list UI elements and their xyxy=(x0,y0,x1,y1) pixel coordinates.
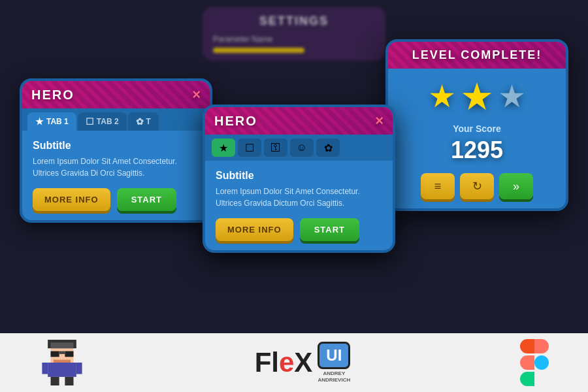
next-button[interactable]: » xyxy=(499,173,533,199)
card-2-header: HERO × xyxy=(205,107,393,135)
svg-rect-7 xyxy=(48,363,76,377)
level-title: LEVEL COMPLETE! xyxy=(397,48,557,62)
tab-2[interactable]: ☐ TAB 2 xyxy=(78,112,127,131)
pixel-character xyxy=(39,340,85,385)
page-icon: ☐ xyxy=(86,116,94,127)
hero-card-1: HERO × ★ TAB 1 ☐ TAB 2 ✿ T Subtitle Lore… xyxy=(20,78,212,223)
figma-circle xyxy=(534,355,549,370)
tab-3[interactable]: ✿ T xyxy=(128,112,159,131)
star-3-icon: ★ xyxy=(498,81,526,112)
tab-1-label: TAB 1 xyxy=(46,117,69,126)
refresh-button[interactable]: ↻ xyxy=(460,173,494,199)
card-2-close-icon[interactable]: × xyxy=(375,112,384,129)
figma-right-col xyxy=(534,339,549,386)
more-info-button-1[interactable]: MORE INFO xyxy=(33,188,110,211)
svg-rect-2 xyxy=(51,342,74,348)
settings-param: Parameter Name xyxy=(213,35,375,44)
star-icon: ★ xyxy=(35,116,44,127)
card-2-buttons: MORE INFO START xyxy=(216,218,382,241)
card-1-text: Lorem Ipsum Dolor Sit Amet Consectetur. … xyxy=(33,155,199,179)
flex-x-letter: X xyxy=(294,347,312,378)
star-2-icon: ★ xyxy=(460,78,494,116)
flex-ui-box-area: UI ANDREY ANDRIEVICH xyxy=(318,342,350,384)
settings-bar xyxy=(213,48,304,53)
level-body: ★ ★ ★ Your Score 1295 ≡ ↻ » xyxy=(388,69,566,208)
icon-tab-flower[interactable]: ✿ xyxy=(316,139,340,157)
bg-settings-panel: SETTINGS Parameter Name xyxy=(203,7,385,61)
tab-2-label: TAB 2 xyxy=(97,117,119,126)
level-complete-card: LEVEL COMPLETE! ★ ★ ★ Your Score 1295 ≡ … xyxy=(385,39,568,211)
game-area: SETTINGS Parameter Name 123 123 123 Obje… xyxy=(0,0,588,333)
figma-empty xyxy=(534,372,549,386)
level-header: LEVEL COMPLETE! xyxy=(388,42,566,69)
icon-tab-page[interactable]: ☐ xyxy=(238,139,261,157)
star-1-icon: ★ xyxy=(428,81,456,112)
card-1-buttons: MORE INFO START xyxy=(33,188,199,211)
figma-green-dot xyxy=(520,372,534,386)
card-1-tabs: ★ TAB 1 ☐ TAB 2 ✿ T xyxy=(22,108,210,131)
start-button-2[interactable]: START xyxy=(300,218,359,241)
bottom-bar: F l e X UI ANDREY ANDRIEVICH xyxy=(0,333,588,392)
svg-rect-9 xyxy=(76,363,82,374)
svg-rect-6 xyxy=(54,360,71,363)
icon-tab-key[interactable]: ⚿ xyxy=(264,139,287,157)
tab-1[interactable]: ★ TAB 1 xyxy=(27,112,76,131)
icon-tab-star[interactable]: ★ xyxy=(212,139,235,157)
author-label: ANDREY ANDRIEVICH xyxy=(318,370,350,384)
card-2-subtitle: Subtitle xyxy=(216,170,382,182)
level-buttons: ≡ ↻ » xyxy=(421,173,533,199)
svg-rect-3 xyxy=(51,351,59,357)
tab-3-label: T xyxy=(146,117,151,126)
flex-wordmark: F l e X xyxy=(255,347,313,378)
card-1-close-icon[interactable]: × xyxy=(192,86,201,103)
figma-top-right xyxy=(534,339,549,353)
svg-rect-5 xyxy=(59,351,65,354)
start-button-1[interactable]: START xyxy=(117,188,176,211)
list-button[interactable]: ≡ xyxy=(421,173,455,199)
card-1-subtitle: Subtitle xyxy=(33,140,199,152)
flex-l-letter: l xyxy=(271,347,279,378)
card-2-title: HERO xyxy=(214,114,257,129)
card-2-text: Lorem Ipsum Dolor Sit Amet Consectetur. … xyxy=(216,186,382,209)
figma-left-col xyxy=(520,339,534,386)
flex-f-letter: F xyxy=(255,347,272,378)
score-number: 1295 xyxy=(451,137,503,164)
card-2-body: Subtitle Lorem Ipsum Dolor Sit Amet Cons… xyxy=(205,161,393,250)
figma-orange-dot xyxy=(520,355,534,370)
svg-rect-11 xyxy=(65,377,73,385)
card-1-title: HERO xyxy=(31,88,74,103)
svg-rect-8 xyxy=(42,363,48,374)
svg-rect-4 xyxy=(65,351,73,357)
icon-tab-face[interactable]: ☺ xyxy=(290,139,314,157)
ui-box: UI xyxy=(318,342,350,369)
hero-card-2: HERO × ★ ☐ ⚿ ☺ ✿ Subtitle Lorem Ipsum Do… xyxy=(203,105,395,253)
settings-title: SETTINGS xyxy=(213,14,375,28)
card-1-body: Subtitle Lorem Ipsum Dolor Sit Amet Cons… xyxy=(22,131,210,220)
more-info-button-2[interactable]: MORE INFO xyxy=(216,218,293,241)
flex-e-letter: e xyxy=(279,347,294,378)
figma-logo xyxy=(520,339,549,386)
card-1-header: HERO × xyxy=(22,81,210,108)
svg-rect-10 xyxy=(51,377,59,385)
flower-icon: ✿ xyxy=(136,116,144,127)
figma-red-dot xyxy=(520,339,534,353)
flex-ui-logo: F l e X UI ANDREY ANDRIEVICH xyxy=(255,342,351,384)
score-label: Your Score xyxy=(453,123,501,134)
stars-row: ★ ★ ★ xyxy=(428,78,526,116)
card-2-icon-tabs: ★ ☐ ⚿ ☺ ✿ xyxy=(205,135,393,161)
